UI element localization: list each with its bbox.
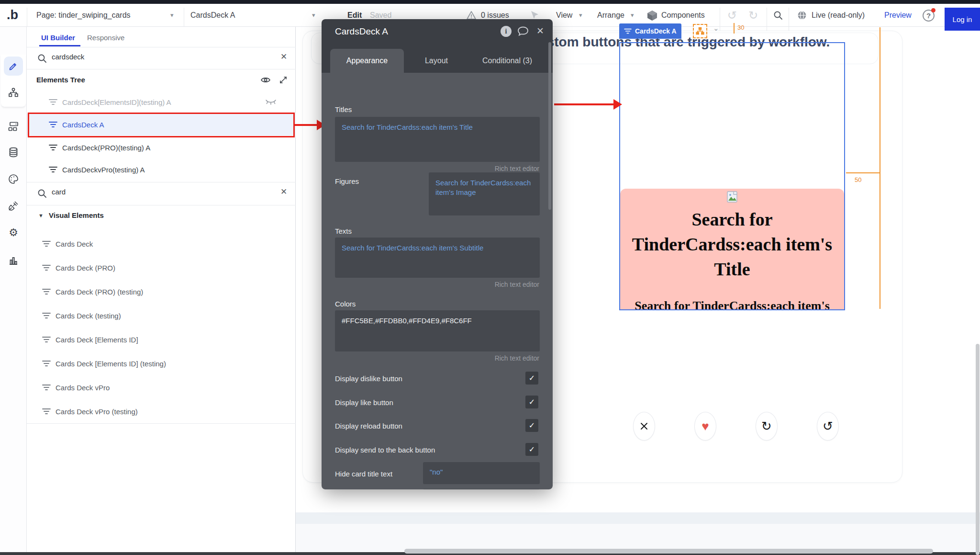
visual-elements-title[interactable]: Visual Elements: [49, 211, 104, 219]
figures-field[interactable]: Search for TinderCardss:each item's Imag…: [429, 172, 540, 215]
reload-icon: ↻: [761, 420, 772, 432]
annotation-highlight-box: [28, 113, 295, 137]
list-item-label: Cards Deck vPro (testing): [56, 408, 138, 416]
search-icon: [37, 54, 47, 63]
login-button[interactable]: Log in: [945, 8, 980, 31]
eye-icon[interactable]: [260, 76, 271, 84]
logs-chart-icon[interactable]: [4, 251, 23, 270]
tab-appearance[interactable]: Appearance: [330, 49, 404, 73]
horizontal-scrollbar-thumb[interactable]: [404, 549, 933, 554]
tab-ui-builder[interactable]: UI Builder: [41, 34, 75, 42]
rich-text-editor-link[interactable]: Rich text editor: [495, 354, 539, 362]
workflow-icon[interactable]: [4, 83, 23, 102]
hide-title-input[interactable]: "no": [423, 462, 540, 484]
elements-search-input[interactable]: cardsdeck: [52, 53, 84, 61]
elements-tree-title: Elements Tree: [36, 76, 85, 84]
search-icon[interactable]: [773, 11, 783, 20]
live-mode-label[interactable]: Live (read-only): [812, 4, 865, 27]
list-item[interactable]: Cards Deck (testing): [27, 304, 296, 328]
tree-row[interactable]: CardsDeck[ElementsID](testing) A: [27, 91, 296, 113]
list-item[interactable]: Cards Deck [Elements ID] (testing): [27, 351, 296, 375]
dislike-checkbox[interactable]: ✓: [525, 372, 538, 385]
settings-gear-icon[interactable]: ⚙: [4, 223, 23, 242]
like-checkbox[interactable]: ✓: [525, 396, 538, 408]
element-type-icon: [42, 384, 51, 391]
cursor-tool-icon[interactable]: [530, 11, 539, 20]
bubble-editor: .b Page: tinder_swiping_cards ▾ CardsDec…: [0, 0, 980, 555]
list-item[interactable]: Cards Deck (PRO): [27, 256, 296, 280]
list-item[interactable]: Cards Deck vPro: [27, 375, 296, 399]
dislike-button[interactable]: [633, 412, 655, 441]
preview-button[interactable]: Preview: [884, 4, 912, 27]
divider: [789, 8, 789, 31]
checkbox-label: Display reload button: [335, 422, 402, 430]
tab-layout[interactable]: Layout: [404, 49, 469, 73]
like-button[interactable]: ♥: [694, 412, 716, 441]
checkbox-label: Display send to the back button: [335, 446, 435, 454]
chevron-down-icon[interactable]: ⌄: [713, 24, 719, 33]
undo-icon[interactable]: ↺: [727, 4, 737, 27]
property-editor: CardsDeck A i ✕ Appearance Layout Condit…: [322, 19, 553, 489]
tab-conditional[interactable]: Conditional (3): [469, 49, 546, 73]
components-cube-icon[interactable]: [647, 10, 657, 21]
titles-field[interactable]: Search for TinderCardss:each item's Titl…: [335, 117, 540, 162]
hidden-eye-icon[interactable]: [265, 99, 277, 105]
margin-guide-vertical: [880, 27, 880, 309]
list-item[interactable]: Cards Deck [Elements ID]: [27, 328, 296, 351]
element-type-icon: [42, 240, 51, 247]
expand-tree-icon[interactable]: [278, 75, 288, 85]
clear-search-icon[interactable]: ✕: [280, 187, 287, 197]
list-item[interactable]: Cards Deck vPro (testing): [27, 399, 296, 423]
rich-text-editor-link[interactable]: Rich text editor: [495, 165, 539, 172]
chevron-down-icon[interactable]: ▾: [170, 4, 174, 27]
database-icon[interactable]: [4, 143, 23, 162]
canvas-edge-band: [296, 512, 980, 524]
texts-field[interactable]: Search for TinderCardss:each item's Subt…: [335, 238, 540, 278]
property-editor-tabs: Appearance Layout Conditional (3): [322, 44, 553, 73]
send-to-back-button[interactable]: ↺: [817, 412, 839, 441]
collapse-triangle-icon[interactable]: ▼: [38, 213, 44, 218]
reload-checkbox[interactable]: ✓: [525, 419, 538, 432]
tab-responsive[interactable]: Responsive: [87, 34, 124, 42]
divider: [27, 423, 296, 424]
element-selector[interactable]: CardsDeck A: [190, 4, 235, 27]
tree-row[interactable]: CardsDeck(PRO)(testing) A: [27, 136, 296, 159]
checkbox-label: Display dislike button: [335, 374, 402, 383]
property-editor-header[interactable]: CardsDeck A i ✕: [322, 19, 553, 44]
page-selector[interactable]: Page: tinder_swiping_cards: [36, 4, 131, 27]
plugins-plug-icon[interactable]: [4, 196, 23, 215]
list-item-label: Cards Deck vPro: [56, 384, 110, 392]
comment-bubble-icon[interactable]: [517, 26, 529, 36]
clear-search-icon[interactable]: ✕: [280, 52, 287, 62]
canvas-outer-band: [296, 524, 980, 552]
annotation-arrow-head: [613, 99, 622, 110]
chevron-down-icon[interactable]: ▾: [312, 4, 315, 27]
element-type-icon: [42, 312, 51, 319]
redo-icon[interactable]: ↻: [748, 4, 758, 27]
property-editor-body: Titles Search for TinderCardss:each item…: [322, 73, 553, 489]
reusables-icon[interactable]: [4, 117, 23, 136]
reload-button[interactable]: ↻: [756, 412, 778, 441]
ui-builder-pencil-icon[interactable]: [4, 57, 23, 76]
info-icon[interactable]: i: [501, 26, 512, 37]
tree-row[interactable]: CardsDeckvPro(testing) A: [27, 159, 296, 181]
vertical-scrollbar-thumb[interactable]: [976, 344, 980, 555]
close-icon[interactable]: ✕: [536, 25, 544, 36]
view-menu[interactable]: View: [556, 4, 572, 27]
send-back-checkbox[interactable]: ✓: [525, 443, 538, 456]
group-structure-icon[interactable]: [693, 24, 707, 38]
styles-palette-icon[interactable]: [4, 170, 23, 189]
selected-element-badge[interactable]: CardsDeck A: [619, 23, 681, 39]
margin-guide-horizontal: [846, 172, 880, 173]
popup-scrollbar-thumb[interactable]: [548, 42, 551, 210]
tinder-card[interactable]: Search for TinderCardss:each item's Titl…: [620, 189, 844, 309]
chevron-down-icon[interactable]: ▾: [579, 4, 582, 27]
colors-field[interactable]: #FFC5BE,#FFDBB0,#FFD4E9,#F8C6FF: [335, 310, 540, 351]
library-search-input[interactable]: card: [52, 188, 66, 196]
list-item[interactable]: Cards Deck: [27, 232, 296, 256]
figures-label: Figures: [335, 177, 359, 185]
rich-text-editor-link[interactable]: Rich text editor: [495, 281, 539, 288]
hide-body-input[interactable]: "no": [423, 489, 540, 489]
card-title-text: Search for TinderCardss:each item's Titl…: [620, 207, 844, 282]
list-item[interactable]: Cards Deck (PRO) (testing): [27, 280, 296, 304]
